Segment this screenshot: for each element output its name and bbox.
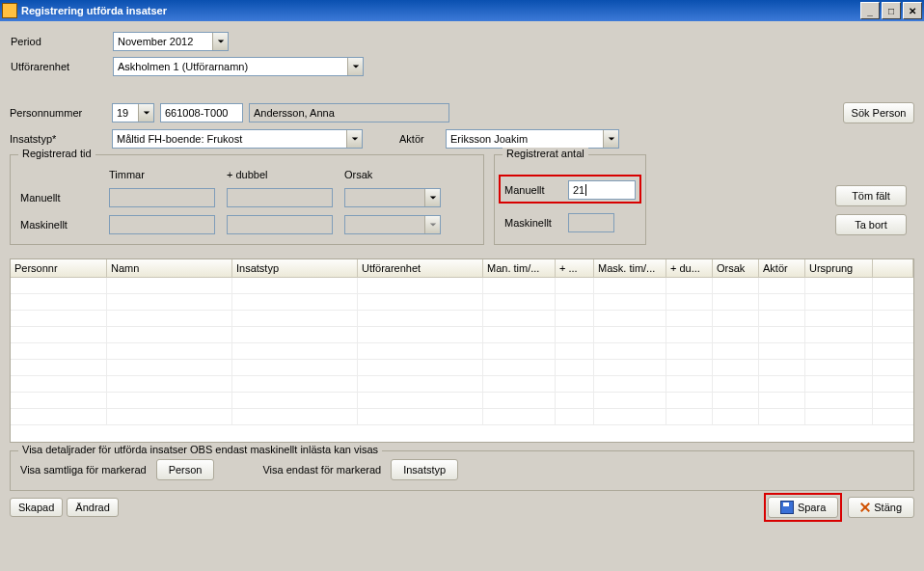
manuellt-orsak-dropdown[interactable] [344,188,441,207]
chevron-down-icon[interactable] [347,58,363,75]
maskinellt-timmar [109,215,215,234]
antal-maskinellt-label: Maskinellt [504,217,562,229]
reg-tid-title: Registrerad tid [18,148,95,159]
unit-label: Utförarenhet [11,61,107,72]
col-plus-du[interactable]: + du... [666,259,713,277]
close-window-button[interactable]: ✕ [903,2,922,19]
show-all-label: Visa samtliga för markerad [20,464,147,476]
table-row[interactable] [11,393,913,409]
save-icon [780,501,794,514]
results-table[interactable]: Personnr Namn Insatstyp Utförarenhet Man… [10,258,914,443]
close-icon [860,503,870,512]
pnr-label: Personnummer [10,107,106,119]
col-insatstyp[interactable]: Insatstyp [232,259,358,277]
registrerad-tid-group: Registrerad tid Timmar + dubbel Orsak Ma… [10,154,484,245]
search-person-button[interactable]: Sök Person [843,102,914,123]
window-title: Registrering utförda insatser [21,5,858,16]
col-man-tim[interactable]: Man. tim/... [483,259,556,277]
table-row[interactable] [11,327,913,343]
chevron-down-icon[interactable] [138,104,153,122]
chevron-down-icon[interactable] [424,189,440,206]
col-aktor[interactable]: Aktör [759,259,805,277]
window-titlebar: Registrering utförda insatser _ □ ✕ [0,0,924,21]
table-body[interactable] [11,278,913,442]
unit-value: Askholmen 1 (Utförarnamn) [118,61,248,72]
table-row[interactable] [11,294,913,311]
reg-antal-title: Registrerat antal [503,148,588,159]
chevron-down-icon [424,216,440,233]
manuellt-label: Manuellt [20,192,97,204]
insatstyp-label: Insatstyp* [10,133,106,145]
col-orsak[interactable]: Orsak [713,259,759,277]
chevron-down-icon[interactable] [346,130,362,148]
table-row[interactable] [11,376,913,393]
col-mask-tim[interactable]: Mask. tim/... [594,259,666,277]
maskinellt-label: Maskinellt [20,219,97,231]
table-header-row: Personnr Namn Insatstyp Utförarenhet Man… [11,259,913,278]
antal-manuellt-input[interactable]: 21 [568,180,636,200]
col-namn[interactable]: Namn [107,259,232,277]
aktor-value: Eriksson Joakim [450,133,528,145]
person-button[interactable]: Person [156,459,215,480]
dubbel-label: + dubbel [227,169,333,180]
table-row[interactable] [11,278,913,294]
antal-maskinellt [568,213,614,232]
col-personnr[interactable]: Personnr [11,259,107,277]
table-row[interactable] [11,409,913,425]
antal-manuellt-label: Manuellt [504,184,562,196]
detail-group-title: Visa detaljrader för utförda insatser OB… [18,444,382,455]
show-only-label: Visa endast för markerad [262,464,381,476]
unit-dropdown[interactable]: Askholmen 1 (Utförarnamn) [113,57,364,76]
insatstyp-value: Måltid FH-boende: Frukost [117,133,242,145]
maskinellt-orsak-dropdown [344,215,441,234]
chevron-down-icon[interactable] [212,33,228,50]
registrerat-antal-group: Registrerat antal Manuellt 21 Maskinellt [494,154,646,245]
close-button[interactable]: Stäng [848,497,914,518]
remove-button[interactable]: Ta bort [835,214,907,235]
aktor-dropdown[interactable]: Eriksson Joakim [446,129,619,149]
table-row[interactable] [11,343,913,360]
century-dropdown[interactable]: 19 [112,103,154,122]
col-utforarenhet[interactable]: Utförarenhet [358,259,483,277]
detail-rows-group: Visa detaljrader för utförda insatser OB… [10,450,914,491]
maskinellt-dubbel [227,215,333,234]
changed-button[interactable]: Ändrad [67,498,118,517]
person-name: Andersson, Anna [249,103,449,122]
save-button[interactable]: Spara [768,497,838,518]
table-row[interactable] [11,360,913,376]
minimize-button[interactable]: _ [860,2,880,19]
period-dropdown[interactable]: November 2012 [113,32,229,51]
chevron-down-icon[interactable] [603,130,618,148]
manuellt-dubbel-input[interactable] [227,188,333,207]
manuellt-timmar-input[interactable] [109,188,215,207]
pnr-input[interactable]: 661008-T000 [160,103,243,122]
maximize-button[interactable]: □ [882,2,901,19]
app-icon [2,3,17,18]
clear-button[interactable]: Töm fält [835,185,907,206]
aktor-label: Aktör [399,133,440,145]
table-row[interactable] [11,311,913,327]
insatstyp-button[interactable]: Insatstyp [391,459,458,480]
century-value: 19 [117,107,128,119]
created-button[interactable]: Skapad [10,498,63,517]
timmar-label: Timmar [109,169,215,180]
period-label: Period [11,36,107,47]
col-plus1[interactable]: + ... [556,259,594,277]
period-value: November 2012 [118,36,193,47]
insatstyp-dropdown[interactable]: Måltid FH-boende: Frukost [112,129,363,149]
orsak-label: Orsak [344,169,441,180]
col-ursprung[interactable]: Ursprung [805,259,873,277]
